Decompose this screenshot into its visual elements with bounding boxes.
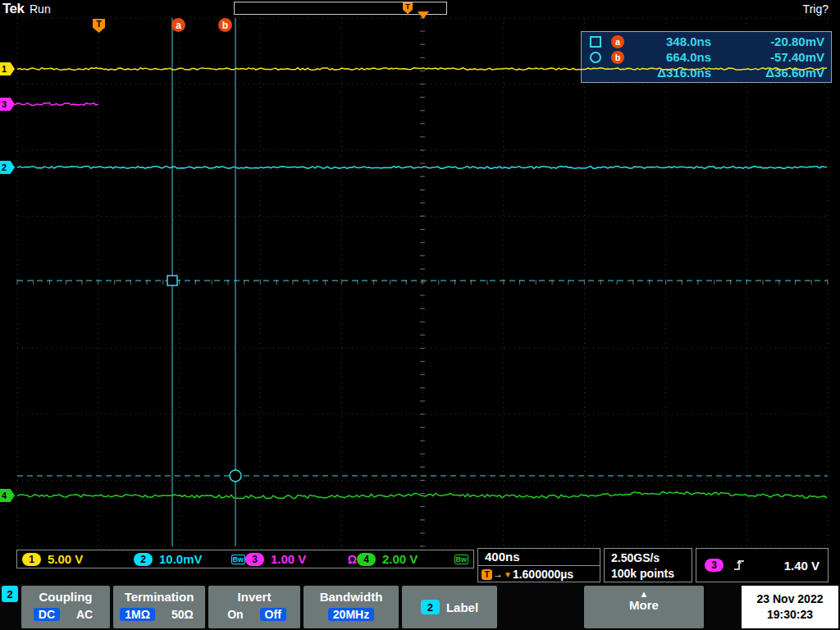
waveform-ch2 bbox=[17, 167, 827, 169]
coupling-title: Coupling bbox=[21, 590, 110, 604]
ch1-scale: 5.00 V bbox=[48, 552, 83, 566]
coupling-ac-option[interactable]: AC bbox=[71, 608, 98, 621]
invert-off-option[interactable]: Off bbox=[260, 608, 286, 621]
ch3-scale: 1.00 V bbox=[271, 552, 306, 566]
chevron-up-icon: ▲ bbox=[584, 590, 704, 598]
more-button[interactable]: ▲ More bbox=[584, 586, 704, 628]
horizontal-scale: 400ns bbox=[478, 549, 600, 566]
bandwidth-20mhz-option[interactable]: 20MHz bbox=[328, 608, 374, 621]
time-label: 19:30:23 bbox=[742, 607, 838, 623]
trigger-time-marker[interactable]: T bbox=[93, 19, 105, 33]
trigger-level: 1.40 V bbox=[784, 559, 819, 573]
cursor-b-circle-icon bbox=[590, 52, 601, 63]
cursor-b-time: 664.0ns bbox=[632, 50, 733, 64]
bandwidth-button[interactable]: Bandwidth 20MHz bbox=[304, 586, 399, 628]
waveform-ch3 bbox=[15, 103, 98, 105]
ch3-impedance: Ω bbox=[348, 553, 357, 566]
invert-title: Invert bbox=[208, 590, 300, 604]
ch3-ground-marker[interactable]: 3 bbox=[0, 98, 15, 111]
termination-button[interactable]: Termination 1MΩ 50Ω bbox=[113, 586, 205, 628]
acquisition-run-status: Run bbox=[30, 2, 51, 16]
ch3-status[interactable]: 3 1.00 V Ω bbox=[245, 552, 357, 566]
menu-channel-badge: 2 bbox=[2, 586, 18, 602]
trigger-status-box: 3 1.40 V bbox=[696, 548, 829, 582]
cursor-delta-time: Δ316.0ns bbox=[632, 66, 733, 80]
cursor-a-marker[interactable] bbox=[167, 276, 177, 285]
more-title: More bbox=[584, 598, 704, 612]
ch4-ground-marker[interactable]: 4 bbox=[0, 489, 15, 502]
datetime-box: 23 Nov 2022 19:30:23 bbox=[742, 586, 838, 628]
label-button[interactable]: 2 Label bbox=[402, 586, 497, 628]
record-view-indicator: T bbox=[234, 2, 447, 15]
cursor-delta-voltage: Δ36.60mV bbox=[733, 66, 824, 80]
position-marker-icon: ▼ bbox=[504, 570, 512, 579]
tek-logo: Tek bbox=[2, 1, 25, 17]
softkey-menu-bar: 2 Coupling DC AC Termination 1MΩ 50Ω Inv… bbox=[0, 584, 840, 630]
cursor-a-voltage: -20.80mV bbox=[733, 34, 824, 48]
ch1-ground-marker[interactable]: 1 bbox=[0, 62, 15, 75]
sample-rate: 2.50GS/s bbox=[611, 550, 692, 566]
termination-50-option[interactable]: 50Ω bbox=[167, 608, 199, 621]
horizontal-position: 1.600000µs bbox=[513, 568, 573, 581]
ch2-status[interactable]: 2 10.0mV Bw bbox=[134, 552, 245, 566]
ch4-status[interactable]: 4 2.00 V Bw bbox=[357, 552, 468, 566]
horizontal-status-box: 400ns T → ▼ 1.600000µs bbox=[477, 548, 600, 582]
label-title: Label bbox=[446, 600, 478, 614]
ch3-badge: 3 bbox=[245, 553, 264, 566]
cursor-a-square-icon bbox=[590, 36, 601, 48]
ch2-bandwidth-limit-icon: Bw bbox=[231, 555, 246, 564]
ch4-badge: 4 bbox=[357, 553, 376, 566]
channel-status-bar: 1 5.00 V 2 10.0mV Bw 3 1.00 V Ω 4 2.00 V… bbox=[16, 550, 474, 568]
graticule-svg bbox=[0, 0, 840, 630]
trigger-status-label: Trig? bbox=[803, 2, 829, 16]
bandwidth-title: Bandwidth bbox=[304, 590, 399, 604]
waveform-svg bbox=[0, 0, 840, 630]
record-length: 100k points bbox=[611, 566, 692, 582]
trigger-icon: T bbox=[482, 569, 492, 580]
label-channel-badge: 2 bbox=[421, 600, 440, 614]
cursor-a-label: a bbox=[611, 35, 624, 48]
ch1-badge: 1 bbox=[22, 553, 41, 566]
arrow-icon: → bbox=[493, 568, 503, 580]
ch1-status[interactable]: 1 5.00 V bbox=[22, 552, 134, 566]
ch4-bandwidth-limit-icon: Bw bbox=[454, 555, 469, 564]
termination-title: Termination bbox=[113, 590, 205, 604]
acquisition-status-box: 2.50GS/s 100k points bbox=[604, 548, 692, 582]
oscilloscope-screen: Tek Run T Trig? T a b 1 3 2 4 a 348.0ns … bbox=[0, 0, 840, 630]
cursor-a-badge[interactable]: a bbox=[171, 18, 185, 32]
graticule-grid bbox=[17, 18, 828, 546]
expansion-point-icon bbox=[418, 11, 429, 19]
termination-1m-option[interactable]: 1MΩ bbox=[120, 608, 155, 621]
trigger-source-badge: 3 bbox=[705, 559, 724, 572]
ch2-ground-marker[interactable]: 2 bbox=[0, 161, 15, 174]
cursor-readout-panel: a 348.0ns -20.80mV b 664.0ns -57.40mV Δ3… bbox=[581, 31, 832, 83]
cursor-b-marker[interactable] bbox=[230, 470, 241, 482]
waveform-ch4 bbox=[17, 492, 827, 499]
coupling-button[interactable]: Coupling DC AC bbox=[21, 586, 110, 628]
top-status-bar: Tek Run T Trig? bbox=[0, 0, 840, 18]
coupling-dc-option[interactable]: DC bbox=[34, 608, 60, 621]
ch2-badge: 2 bbox=[134, 553, 153, 566]
ch4-scale: 2.00 V bbox=[382, 552, 418, 566]
cursor-lines[interactable] bbox=[17, 18, 828, 546]
record-trigger-position-icon[interactable]: T bbox=[403, 2, 413, 14]
date-label: 23 Nov 2022 bbox=[742, 591, 838, 607]
horizontal-position-row: T → ▼ 1.600000µs bbox=[478, 566, 600, 582]
rising-edge-icon bbox=[733, 559, 745, 572]
invert-on-option[interactable]: On bbox=[222, 608, 248, 621]
cursor-b-voltage: -57.40mV bbox=[733, 50, 824, 64]
ch2-scale: 10.0mV bbox=[159, 552, 203, 566]
cursor-a-time: 348.0ns bbox=[632, 34, 733, 48]
cursor-b-badge[interactable]: b bbox=[218, 18, 232, 32]
invert-button[interactable]: Invert On Off bbox=[208, 586, 300, 628]
cursor-b-label: b bbox=[611, 51, 624, 64]
